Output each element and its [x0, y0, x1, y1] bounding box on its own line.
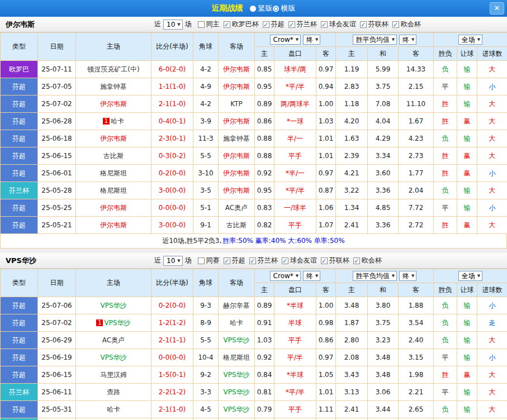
odds-home: 0.92: [255, 349, 274, 366]
col-odds-away: 客: [316, 47, 336, 61]
competition-filter-checkbox[interactable]: 同主: [198, 20, 220, 29]
result-goals: 大: [477, 61, 507, 78]
competition-filter-checkbox[interactable]: ✓球会友谊: [282, 256, 317, 265]
result-goals: 大: [477, 366, 507, 384]
window-title: 近期战绩: [212, 3, 243, 13]
avg-type-select[interactable]: 胜平负均值▼: [353, 35, 397, 45]
odds-away: 1.03: [316, 113, 336, 130]
recent-count-select[interactable]: 10▼: [163, 20, 183, 30]
recent-count-select[interactable]: 10▼: [163, 256, 183, 266]
avg-away: 4.23: [399, 130, 434, 147]
checkbox-checked-icon: ✓: [360, 21, 367, 28]
competition-filter-checkbox[interactable]: ✓芬兰杯: [249, 256, 278, 265]
match-score: 2-3(0-1): [151, 130, 193, 147]
odds-time-select[interactable]: 终▼: [303, 35, 320, 45]
competition-filter-checkbox[interactable]: ✓球会友谊: [321, 20, 356, 29]
competition-filter-checkbox[interactable]: ✓芬超: [224, 256, 245, 265]
odds-home: 0.83: [255, 199, 274, 217]
avg-time-select[interactable]: 终▼: [399, 35, 416, 45]
match-score: 3-0(0-0): [151, 182, 193, 199]
match-corners: 5-5: [193, 418, 219, 420]
odds-handicap: *一球: [274, 113, 316, 130]
match-date: 25-07-02: [38, 96, 76, 113]
avg-home: 2.39: [336, 147, 368, 165]
away-team-name: 伊尔韦斯: [223, 187, 250, 194]
odds-time-select[interactable]: 终▼: [303, 271, 320, 281]
avg-away: 1.77: [399, 165, 434, 182]
away-team: VPS华沙: [219, 366, 255, 384]
avg-type-select[interactable]: 胜平负均值▼: [353, 271, 397, 281]
odds-away: 0.94: [316, 78, 336, 96]
layout-radio-vertical[interactable]: 竖版: [250, 3, 273, 13]
match-date: 25-05-25: [38, 199, 76, 217]
competition-filter-checkbox[interactable]: ✓芬联杯: [321, 256, 349, 265]
result-handicap: 赢: [457, 217, 477, 234]
odds-handicap: 半球: [274, 314, 316, 332]
home-team-name: VPS华沙: [100, 302, 126, 309]
result-handicap: 输: [457, 61, 477, 78]
competition-filter-checkbox[interactable]: 同赛: [198, 256, 220, 265]
home-team-name: 格尼斯坦: [100, 169, 127, 177]
result-goals: 大: [477, 401, 507, 418]
competition-filter-checkbox[interactable]: ✓芬联杯: [360, 20, 388, 29]
away-team: 伊尔韦斯: [219, 78, 255, 96]
scope-select[interactable]: 全场▼: [458, 271, 482, 281]
home-team: 伊尔韦斯: [76, 217, 151, 234]
avg-away: 2.21: [399, 384, 434, 401]
odds-company-select[interactable]: Crow*▼: [270, 271, 301, 281]
sections-container: 伊尔韦斯近10▼场同主✓欧罗巴杯✓芬超✓芬兰杯✓球会友谊✓芬联杯✓欧会杯类型日期…: [0, 17, 507, 420]
home-team-name: 哈卡: [107, 405, 120, 413]
result-goals: 小: [477, 349, 507, 366]
scope-select[interactable]: 全场▼: [458, 35, 482, 45]
match-row: 芬超25-05-25伊尔韦斯0-0(0-0)5-1AC奥卢0.83一/球半1.0…: [1, 199, 507, 217]
competition-filter-checkbox[interactable]: ✓芬兰杯: [288, 20, 317, 29]
checkbox-checked-icon: ✓: [224, 257, 230, 264]
result-wdl: 负: [434, 332, 457, 349]
away-team: 伊尔韦斯: [219, 61, 255, 78]
competition-filter-checkbox[interactable]: ✓欧罗巴杯: [224, 20, 259, 29]
match-type-badge: 芬超: [1, 199, 38, 217]
odds-away: 0.87: [316, 182, 336, 199]
away-team: VPS华沙: [219, 418, 255, 420]
avg-draw: 3.44: [368, 401, 399, 418]
result-wdl: 胜: [434, 113, 457, 130]
titlebar-controls: 近期战绩 竖版横版: [0, 3, 507, 14]
avg-home: 2.80: [336, 332, 368, 349]
filter-label: 球会友谊: [329, 20, 356, 29]
filter-label: 欧罗巴杯: [232, 20, 259, 29]
home-team-name: 马里汉姆: [100, 371, 127, 379]
match-row: 芬兰杯25-05-28格尼斯坦3-0(0-0)3-5伊尔韦斯0.95*平/半0.…: [1, 182, 507, 199]
checkbox-checked-icon: ✓: [321, 257, 328, 264]
competition-filter-checkbox[interactable]: ✓欧会杯: [353, 256, 382, 265]
away-team-name: 哈卡: [230, 319, 243, 327]
match-row: 芬超25-06-281哈卡0-4(0-1)3-9伊尔韦斯0.86*一球1.034…: [1, 113, 507, 130]
avg-time-select[interactable]: 终▼: [399, 271, 416, 281]
col-odds-home: 主: [255, 283, 274, 297]
avg-away: 11.10: [399, 96, 434, 113]
close-button[interactable]: ✕: [490, 2, 504, 15]
match-date: 25-05-28: [38, 418, 76, 420]
match-score: 0-0(0-0): [151, 349, 193, 366]
col-result-wdl: 胜负: [434, 47, 457, 61]
chevron-down-icon: ▼: [392, 274, 395, 278]
odds-handicap: 平手: [274, 217, 316, 234]
result-handicap: 输: [457, 78, 477, 96]
competition-filter-checkbox[interactable]: ✓欧会杯: [392, 20, 421, 29]
away-team: VPS华沙: [219, 401, 255, 418]
avg-draw: 3.48: [368, 349, 399, 366]
competition-filter-checkbox[interactable]: ✓芬超: [263, 20, 285, 29]
odds-away: 0.97: [316, 165, 336, 182]
away-team-name: VPS华沙: [223, 336, 249, 344]
match-row: 芬兰杯25-06-11查路2-2(1-2)3-3VPS华沙0.81*平/半1.0…: [1, 384, 507, 401]
match-type-badge: 芬超: [1, 78, 38, 96]
home-team: 哈卡: [76, 401, 151, 418]
col-odds-handicap: 盘口: [274, 283, 316, 297]
odds-company-select[interactable]: Crow*▼: [270, 35, 301, 45]
avg-home: 1.63: [336, 130, 368, 147]
match-date: 25-06-15: [38, 147, 76, 165]
layout-radio-horizontal[interactable]: 横版: [273, 3, 296, 13]
match-score: 1-2(1-2): [151, 314, 193, 332]
home-team: 1VPS华沙: [76, 314, 151, 332]
match-row: 芬超25-05-31哈卡2-1(1-0)4-5VPS华沙0.79平手1.112.…: [1, 401, 507, 418]
home-team-name: 施拿钟基: [100, 83, 127, 90]
